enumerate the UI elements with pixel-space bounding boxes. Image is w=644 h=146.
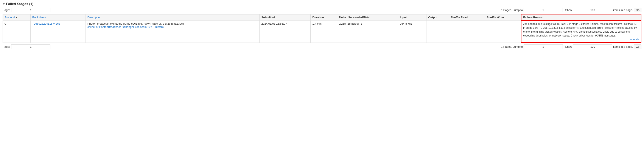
items-label-top: items in a page. [613, 9, 633, 12]
pool-name-link[interactable]: 726892829411574268 [32, 22, 60, 25]
col-stage-id[interactable]: Stage Id ▾ [3, 14, 30, 21]
cell-shuffle-write [485, 21, 521, 43]
page-label-bottom: Page: [2, 45, 10, 48]
pagination-top-right: 1 Pages. Jump to . Show items in a page.… [501, 8, 642, 12]
table-row: 0 726892829411574268 Photon broadcast ex… [3, 21, 642, 43]
col-duration: Duration [310, 14, 337, 21]
failure-reason-text: Job aborted due to stage failure: Task 3… [523, 23, 637, 37]
failed-stages-table: Stage Id ▾ Pool Name Description Submitt… [2, 14, 642, 43]
cell-shuffle-read [449, 21, 485, 43]
col-tasks: Tasks: Succeeded/Total [337, 14, 398, 21]
cell-description: Photon broadcast exchange (runId eb613bd… [86, 21, 260, 43]
col-shuffle-write: Shuffle Write [485, 14, 521, 21]
cell-output [426, 21, 449, 43]
cell-submitted: 2024/01/03 15:56:07 [260, 21, 310, 43]
cell-tasks: 0/258 (28 failed) (3 [337, 21, 398, 43]
jump-input-top[interactable] [524, 8, 563, 12]
col-pool-name[interactable]: Pool Name [30, 14, 86, 21]
pages-info-top: 1 Pages. Jump to [501, 9, 523, 12]
page-input-bottom[interactable] [11, 44, 50, 49]
table-header-row: Stage Id ▾ Pool Name Description Submitt… [3, 14, 642, 21]
description-main: Photon broadcast exchange (runId eb613bd… [88, 22, 184, 25]
page-label-top: Page: [2, 9, 10, 12]
go-button-bottom[interactable]: Go [634, 44, 642, 49]
pagination-top: Page: 1 Pages. Jump to . Show items in a… [2, 8, 642, 12]
go-button-top[interactable]: Go [634, 8, 642, 12]
cell-failure-reason: Job aborted due to stage failure: Task 3… [521, 21, 641, 43]
show-input-bottom[interactable] [573, 44, 612, 49]
page-input-top[interactable] [11, 8, 50, 12]
pagination-bottom: Page: 1 Pages. Jump to . Show items in a… [2, 44, 642, 49]
show-label-top: . Show [564, 9, 572, 12]
pagination-bottom-left: Page: [2, 44, 50, 49]
pagination-top-left: Page: [2, 8, 50, 12]
cell-duration: 1.4 min [310, 21, 337, 43]
pagination-bottom-right: 1 Pages. Jump to . Show items in a page.… [501, 44, 642, 49]
show-input-top[interactable] [573, 8, 612, 12]
section-title: ▼ Failed Stages (1) [2, 2, 642, 6]
col-shuffle-read: Shuffle Read [449, 14, 485, 21]
description-details-link[interactable]: +details [155, 26, 164, 29]
items-label-bottom: items in a page. [613, 45, 633, 48]
col-submitted: Submitted [260, 14, 310, 21]
col-output: Output [426, 14, 449, 21]
cell-input: 754.8 MiB [398, 21, 426, 43]
col-failure-reason: Failure Reason [521, 14, 641, 21]
cell-pool-name: 726892829411574268 [30, 21, 86, 43]
collapse-triangle-icon[interactable]: ▼ [2, 3, 5, 6]
description-sub-link[interactable]: collect at PhotonBroadcastExchangeExec.s… [88, 25, 152, 29]
col-description[interactable]: Description [86, 14, 260, 21]
cell-stage-id: 0 [3, 21, 30, 43]
failed-stages-heading: Failed Stages (1) [6, 2, 34, 6]
jump-input-bottom[interactable] [524, 44, 563, 49]
pages-info-bottom: 1 Pages. Jump to [501, 45, 523, 48]
show-label-bottom: . Show [564, 45, 572, 48]
failure-details-link[interactable]: +details [630, 38, 639, 41]
col-input: Input [398, 14, 426, 21]
